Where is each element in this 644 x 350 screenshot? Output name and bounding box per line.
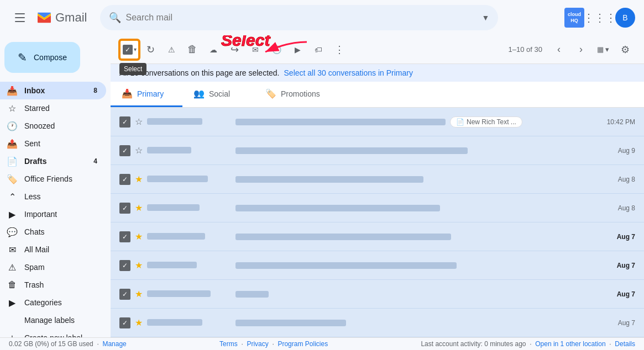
avatar[interactable]: B <box>615 8 635 28</box>
settings-button[interactable]: ⚙ <box>615 40 635 60</box>
star-icon[interactable]: ★ <box>135 260 143 271</box>
sidebar-item-label: Sent <box>24 139 97 148</box>
select-all-link[interactable]: Select all 30 conversations in Primary <box>284 68 413 77</box>
forward-icon[interactable]: ↪ <box>224 40 244 60</box>
email-row[interactable]: ✓☆Aug 9 <box>111 136 644 165</box>
snooze-icon[interactable]: 🕐 <box>266 40 286 60</box>
storage-text: 0.02 GB (0%) of 15 GB used <box>9 340 93 348</box>
sidebar-item-inbox[interactable]: 📥 Inbox 8 <box>0 82 106 99</box>
program-policies-link[interactable]: Program Policies <box>278 340 328 348</box>
sidebar: ✎ Compose 📥 Inbox 8 ☆ Starred 🕐 Snoozed … <box>0 35 111 337</box>
mark-as-read-icon[interactable]: ⚠ <box>161 40 181 60</box>
sidebar-item-label: Create new label <box>24 333 97 337</box>
header-right: cloud HQ ⋮⋮⋮ B <box>564 7 635 29</box>
cloud-hq-icon[interactable]: cloud HQ <box>564 8 584 28</box>
star-icon[interactable]: ★ <box>135 231 143 242</box>
archive-icon[interactable]: ☁ <box>203 40 223 60</box>
tab-promotions[interactable]: 🏷️ Promotions <box>254 82 331 107</box>
sidebar-item-office-friends[interactable]: 🏷️ Office Friends <box>0 170 106 188</box>
next-page-button[interactable]: › <box>571 40 591 60</box>
select-checkbox[interactable]: ✓ ▾ <box>119 40 139 60</box>
sidebar-item-label: Starred <box>24 104 97 113</box>
move-to-icon[interactable]: ✉ <box>245 40 265 60</box>
sidebar-item-categories[interactable]: ▶ Categories <box>0 294 106 311</box>
star-icon[interactable]: ★ <box>135 317 143 328</box>
check-mark: ✓ <box>122 176 128 183</box>
tab-social[interactable]: 👥 Social <box>182 82 254 107</box>
check-mark: ✓ <box>122 233 128 241</box>
refresh-icon[interactable]: ↻ <box>140 40 160 60</box>
terms-link[interactable]: Terms <box>219 340 238 348</box>
row-checkbox[interactable]: ✓ <box>119 289 130 300</box>
sidebar-item-all-mail[interactable]: ✉ All Mail <box>0 241 106 258</box>
sender-name <box>147 232 235 241</box>
sidebar-item-sent[interactable]: 📤 Sent <box>0 135 106 152</box>
search-bar[interactable]: 🔍 ▼ <box>100 5 498 30</box>
sidebar-item-trash[interactable]: 🗑 Trash <box>0 276 106 294</box>
tab-primary[interactable]: 📥 Primary <box>111 82 182 107</box>
row-checkbox[interactable]: ✓ <box>119 231 130 242</box>
sidebar-item-less[interactable]: ⌃ Less <box>0 188 106 205</box>
chevron-up-icon: ⌃ <box>7 192 18 202</box>
important-icon: ▶ <box>7 209 18 220</box>
svg-rect-0 <box>15 13 25 14</box>
row-checkbox[interactable]: ✓ <box>119 116 130 128</box>
row-checkbox[interactable]: ✓ <box>119 260 130 271</box>
star-icon[interactable]: ★ <box>135 289 143 299</box>
sent-icon: 📤 <box>7 139 18 149</box>
sidebar-item-label: Important <box>24 210 97 219</box>
tabs-bar: 📥 Primary 👥 Social 🏷️ Promotions <box>111 82 644 108</box>
tab-primary-label: Primary <box>137 89 164 98</box>
sidebar-item-label: Manage labels <box>24 316 97 325</box>
row-checkbox[interactable]: ✓ <box>119 145 130 156</box>
email-row[interactable]: ✓☆📄New Rich Text ...10:42 PM <box>111 108 644 136</box>
checkbox-dropdown-arrow[interactable]: ▾ <box>134 46 137 52</box>
star-icon[interactable]: ☆ <box>135 116 143 127</box>
view-options-button[interactable]: ▦ ▾ <box>593 40 613 60</box>
row-checkbox[interactable]: ✓ <box>119 203 130 214</box>
email-row[interactable]: ✓★Aug 7 <box>111 280 644 309</box>
inbox-icon: 📥 <box>7 86 18 96</box>
search-input[interactable] <box>125 13 477 23</box>
sidebar-item-manage-labels[interactable]: Manage labels <box>0 311 106 329</box>
email-row[interactable]: ✓★Aug 8 <box>111 194 644 222</box>
email-row[interactable]: ✓★Aug 7 <box>111 222 644 251</box>
sidebar-item-starred[interactable]: ☆ Starred <box>0 99 106 117</box>
sidebar-item-important[interactable]: ▶ Important <box>0 205 106 223</box>
prev-page-button[interactable]: ‹ <box>549 40 569 60</box>
star-icon[interactable]: ★ <box>135 203 143 213</box>
details-link[interactable]: Details <box>615 340 635 348</box>
sidebar-item-create-label[interactable]: + Create new label <box>0 329 106 337</box>
row-checkbox[interactable]: ✓ <box>119 174 130 185</box>
apps-icon[interactable]: ⋮⋮⋮ <box>589 7 611 29</box>
email-subject <box>235 320 614 326</box>
star-icon[interactable]: ★ <box>135 174 143 184</box>
checkbox-inner: ✓ <box>123 45 133 55</box>
row-checkbox[interactable]: ✓ <box>119 317 130 328</box>
search-dropdown-icon[interactable]: ▼ <box>482 13 490 22</box>
email-row[interactable]: ✓★Aug 7 <box>111 251 644 280</box>
hamburger-button[interactable] <box>9 7 31 29</box>
label-icon[interactable]: 🏷 <box>308 40 328 60</box>
other-location-link[interactable]: Open in 1 other location <box>535 340 605 348</box>
compose-button[interactable]: ✎ Compose <box>4 42 80 73</box>
sidebar-item-spam[interactable]: ⚠ Spam <box>0 258 106 276</box>
sidebar-item-chats[interactable]: 💬 Chats <box>0 223 106 241</box>
toolbar: Select ✓ ▾ Select <box>111 35 644 64</box>
sidebar-item-drafts[interactable]: 📄 Drafts 4 <box>0 152 106 170</box>
search-icon: 🔍 <box>109 12 121 24</box>
all-mail-icon: ✉ <box>7 245 18 255</box>
add-to-task-icon[interactable]: ▶ <box>287 40 307 60</box>
check-mark: ✓ <box>122 147 128 155</box>
trash-icon: 🗑 <box>7 280 18 290</box>
email-row[interactable]: ✓★Aug 8 <box>111 165 644 194</box>
manage-link[interactable]: Manage <box>102 340 126 348</box>
email-date: Aug 7 <box>617 233 635 241</box>
star-icon[interactable]: ☆ <box>135 145 143 156</box>
privacy-link[interactable]: Privacy <box>247 340 268 348</box>
sidebar-item-snoozed[interactable]: 🕐 Snoozed <box>0 117 106 135</box>
email-row[interactable]: ✓★Aug 7 <box>111 309 644 337</box>
delete-icon[interactable]: 🗑 <box>182 40 202 60</box>
storage-info: 0.02 GB (0%) of 15 GB used · Manage <box>9 340 127 348</box>
more-options-icon[interactable]: ⋮ <box>329 40 349 60</box>
